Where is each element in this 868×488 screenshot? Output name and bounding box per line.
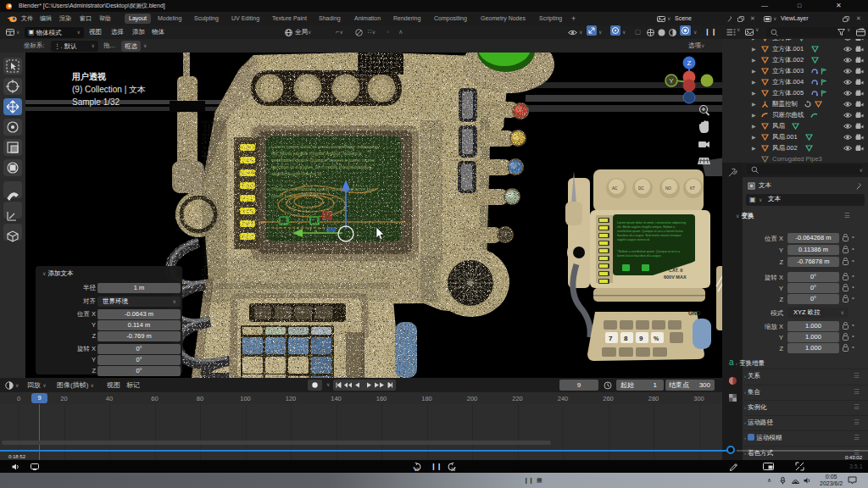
svg-text:CAT. II: CAT. II xyxy=(669,268,683,273)
svg-text:NO: NO xyxy=(665,186,671,191)
svg-text:600V MAX: 600V MAX xyxy=(664,274,687,280)
svg-text:faucibus id a augue. Sed matti: faucibus id a augue. Sed mattis mauris t… xyxy=(617,234,682,237)
svg-text:7: 7 xyxy=(609,335,613,342)
svg-text:%: % xyxy=(654,336,659,341)
svg-text:30: 30 xyxy=(451,468,456,472)
svg-text:KT: KT xyxy=(690,186,695,191)
svg-text:9: 9 xyxy=(639,335,643,342)
svg-text:sagittis augue viverra id.: sagittis augue viverra id. xyxy=(617,238,650,241)
svg-text:8: 8 xyxy=(624,335,628,342)
svg-text:AC: AC xyxy=(612,186,618,191)
svg-text:GND: GND xyxy=(688,310,701,316)
svg-text:elit. Morbi sagittis fringilla: elit. Morbi sagittis fringilla tempor. N… xyxy=(617,225,675,229)
svg-text:Z: Z xyxy=(687,59,692,67)
svg-text:Lorem ipsum dolor sit amet, co: Lorem ipsum dolor sit amet, consectetur … xyxy=(617,221,686,225)
svg-text:Y: Y xyxy=(669,77,674,85)
svg-text:lorem luctus faucibus id a aug: lorem luctus faucibus id a augue. xyxy=(617,254,662,258)
svg-text:*Nullam a vestibulum quam. Qui: *Nullam a vestibulum quam. Quisque at ar… xyxy=(617,250,680,253)
svg-text:a: a xyxy=(729,358,734,367)
svg-text:DC: DC xyxy=(638,186,644,191)
svg-text:vestibulum quam. Quisque at ar: vestibulum quam. Quisque at arcu a lorem… xyxy=(617,230,683,233)
svg-text:10: 10 xyxy=(415,468,420,472)
